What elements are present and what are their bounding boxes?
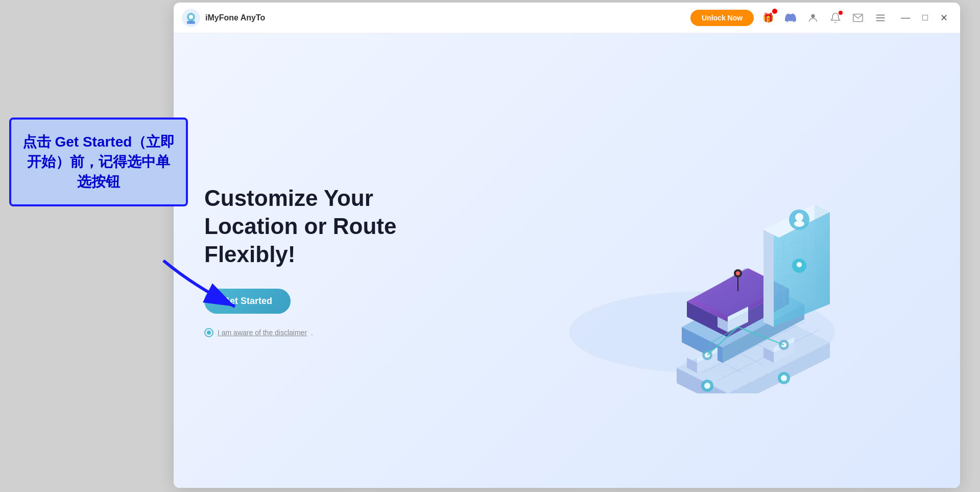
gift-button[interactable]: 🎁 — [760, 10, 776, 26]
app-window: iMyFone AnyTo Unlock Now 🎁 — [174, 3, 960, 488]
svg-rect-3 — [187, 21, 195, 24]
app-logo: iMyFone AnyTo — [182, 9, 265, 27]
svg-point-59 — [795, 213, 803, 221]
svg-marker-46 — [763, 230, 774, 327]
discord-button[interactable] — [782, 10, 799, 26]
right-illustration — [419, 54, 929, 467]
mail-icon — [852, 12, 864, 24]
radio-dot — [207, 331, 211, 335]
discord-icon — [785, 12, 796, 24]
disclaimer-text[interactable]: I am aware of the disclaimer — [218, 329, 307, 337]
disclaimer-punctuation: . — [311, 329, 313, 337]
notification-badge — [839, 11, 843, 15]
svg-point-66 — [704, 383, 710, 389]
heading-line2: Location or Route — [204, 214, 396, 239]
app-title: iMyFone AnyTo — [205, 13, 265, 22]
gift-badge — [772, 9, 777, 14]
heading-line1: Customize Your — [204, 185, 373, 210]
window-controls: — □ ✕ — [897, 10, 952, 26]
menu-icon — [875, 12, 886, 24]
annotation-text: 点击 Get Started（立即开始）前，记得选中单选按钮 — [22, 134, 175, 190]
svg-point-4 — [811, 14, 815, 17]
minimize-button[interactable]: — — [897, 10, 914, 25]
gift-icon: 🎁 — [762, 12, 774, 24]
title-bar-actions: Unlock Now 🎁 — [690, 10, 952, 26]
logo-icon — [182, 9, 200, 27]
user-icon — [807, 12, 819, 24]
menu-button[interactable] — [872, 10, 889, 26]
mail-button[interactable] — [850, 10, 866, 26]
annotation-arrow — [153, 255, 255, 317]
user-button[interactable] — [805, 10, 821, 26]
svg-point-2 — [189, 15, 193, 19]
maximize-button[interactable]: □ — [918, 10, 932, 25]
svg-point-28 — [736, 271, 740, 275]
isometric-illustration — [508, 128, 840, 393]
svg-point-62 — [797, 262, 802, 267]
disclaimer-row: I am aware of the disclaimer . — [204, 328, 419, 337]
main-content: Customize Your Location or Route Flexibl… — [174, 33, 960, 488]
notification-button[interactable] — [827, 10, 844, 26]
unlock-now-button[interactable]: Unlock Now — [690, 10, 754, 26]
svg-point-68 — [781, 375, 787, 381]
annotation-box: 点击 Get Started（立即开始）前，记得选中单选按钮 — [9, 118, 188, 206]
close-button[interactable]: ✕ — [936, 10, 952, 26]
title-bar: iMyFone AnyTo Unlock Now 🎁 — [174, 3, 960, 33]
svg-point-60 — [794, 221, 804, 227]
desktop: 点击 Get Started（立即开始）前，记得选中单选按钮 iMyFone A… — [0, 0, 980, 492]
disclaimer-radio[interactable] — [204, 328, 213, 337]
